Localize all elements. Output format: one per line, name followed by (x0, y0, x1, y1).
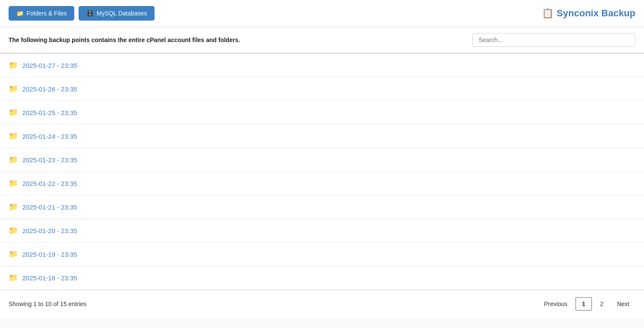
backup-row[interactable]: 📁 2025-01-18 - 23:35 (0, 266, 644, 289)
backup-link[interactable]: 2025-01-26 - 23:35 (22, 85, 77, 93)
folder-icon: 📁 (9, 155, 18, 164)
backup-link[interactable]: 2025-01-24 - 23:35 (22, 133, 77, 140)
backup-link[interactable]: 2025-01-22 - 23:35 (22, 180, 77, 187)
backup-link[interactable]: 2025-01-20 - 23:35 (22, 227, 77, 234)
backup-row[interactable]: 📁 2025-01-23 - 23:35 (0, 148, 644, 172)
backup-row[interactable]: 📁 2025-01-19 - 23:35 (0, 243, 644, 266)
backup-link[interactable]: 2025-01-25 - 23:35 (22, 109, 77, 116)
backup-row[interactable]: 📁 2025-01-22 - 23:35 (0, 172, 644, 195)
search-input[interactable] (472, 33, 635, 47)
page-2-button[interactable]: 2 (594, 298, 609, 310)
pagination-bar: Showing 1 to 10 of 15 entries Previous 1… (0, 290, 644, 318)
folder-icon: 📁 (9, 84, 18, 94)
folder-icon: 📁 (9, 273, 18, 282)
folder-icon: 📁 (9, 226, 18, 235)
backup-list: 📁 2025-01-27 - 23:35 📁 2025-01-26 - 23:3… (0, 54, 644, 290)
backup-row[interactable]: 📁 2025-01-20 - 23:35 (0, 219, 644, 243)
backup-row[interactable]: 📁 2025-01-25 - 23:35 (0, 101, 644, 125)
brand: 📋 Synconix Backup (542, 8, 635, 19)
backup-link[interactable]: 2025-01-23 - 23:35 (22, 156, 77, 164)
backup-link[interactable]: 2025-01-19 - 23:35 (22, 251, 77, 258)
page-1-button[interactable]: 1 (575, 297, 592, 311)
folder-icon: 📁 (9, 108, 18, 117)
folder-icon: 📁 (9, 61, 18, 70)
info-description: The following backup points contains the… (9, 36, 240, 43)
toolbar-buttons: 📁 Folders & Files 🗄️ MySQL Databases (9, 6, 155, 21)
folder-icon: 📁 (9, 202, 18, 212)
mysql-databases-button[interactable]: 🗄️ MySQL Databases (79, 6, 155, 21)
pagination-controls: Previous 1 2 Next (538, 297, 635, 311)
backup-link[interactable]: 2025-01-27 - 23:35 (22, 62, 77, 69)
previous-button[interactable]: Previous (538, 298, 573, 310)
brand-name: Synconix Backup (557, 8, 635, 19)
next-button[interactable]: Next (611, 298, 635, 310)
mysql-label: MySQL Databases (97, 10, 147, 17)
folders-files-button[interactable]: 📁 Folders & Files (9, 6, 74, 21)
folder-icon: 📁 (9, 249, 18, 259)
backup-row[interactable]: 📁 2025-01-21 - 23:35 (0, 195, 644, 219)
backup-link[interactable]: 2025-01-21 - 23:35 (22, 203, 77, 211)
backup-row[interactable]: 📁 2025-01-27 - 23:35 (0, 54, 644, 77)
folder-icon: 📁 (16, 10, 24, 17)
brand-icon: 📋 (542, 8, 553, 19)
backup-row[interactable]: 📁 2025-01-24 - 23:35 (0, 125, 644, 148)
top-bar: 📁 Folders & Files 🗄️ MySQL Databases 📋 S… (0, 0, 644, 27)
backup-row[interactable]: 📁 2025-01-26 - 23:35 (0, 77, 644, 101)
backup-link[interactable]: 2025-01-18 - 23:35 (22, 274, 77, 282)
folders-files-label: Folders & Files (27, 10, 67, 17)
info-bar: The following backup points contains the… (0, 27, 644, 54)
database-icon: 🗄️ (86, 10, 94, 17)
showing-text: Showing 1 to 10 of 15 entries (9, 301, 86, 307)
folder-icon: 📁 (9, 179, 18, 188)
folder-icon: 📁 (9, 131, 18, 141)
